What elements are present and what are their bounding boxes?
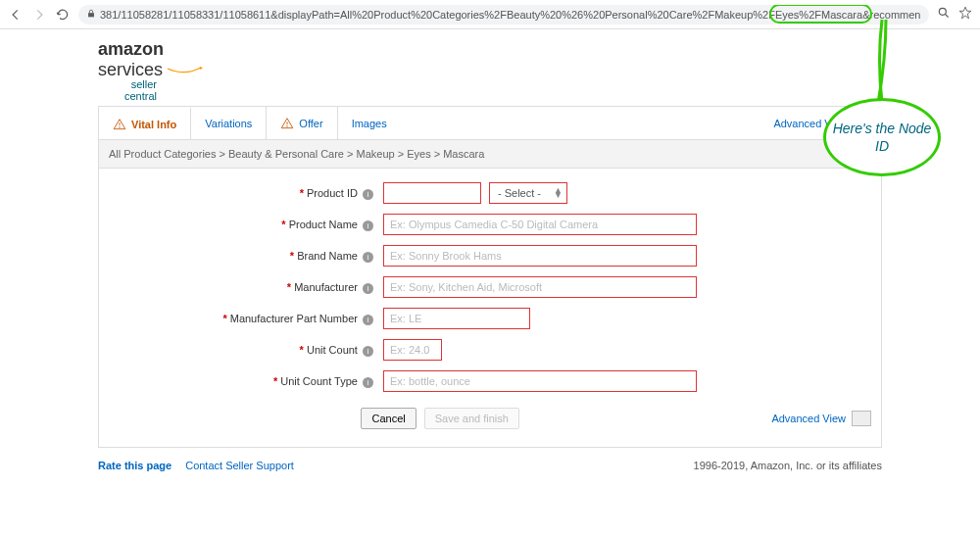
info-icon[interactable]: i <box>363 315 373 325</box>
save-and-finish-button[interactable]: Save and finish <box>424 408 519 429</box>
url-text: 381/11058281/11058331/11058611&displayPa… <box>100 9 921 21</box>
info-icon[interactable]: i <box>363 377 373 388</box>
toggle-switch[interactable] <box>852 411 871 426</box>
row-unit-count-type: * Unit Count Type i <box>109 370 871 392</box>
row-manufacturer: * Manufacturer i <box>109 276 871 298</box>
amazon-services-logo: amazon services seller central <box>98 39 882 102</box>
cancel-button[interactable]: Cancel <box>361 408 416 429</box>
info-icon[interactable]: i <box>363 346 373 357</box>
svg-point-1 <box>939 8 946 15</box>
svg-rect-0 <box>88 13 94 17</box>
product-id-type-select[interactable]: - Select - ▲▼ <box>489 182 567 204</box>
advanced-view-toggle-bottom[interactable]: Advanced View <box>771 411 871 426</box>
info-icon[interactable]: i <box>363 252 373 263</box>
forward-button[interactable] <box>31 7 47 23</box>
svg-point-6 <box>287 125 288 126</box>
footer: Rate this page Contact Seller Support 19… <box>98 456 882 471</box>
form-panel: * Product ID i - Select - ▲▼ * Product N… <box>98 169 882 448</box>
row-brand-name: * Brand Name i <box>109 245 871 267</box>
button-row: Cancel Save and finish Advanced View <box>109 408 871 429</box>
select-arrows-icon: ▲▼ <box>554 188 563 198</box>
manufacturer-input[interactable] <box>383 276 697 298</box>
row-product-name: * Product Name i <box>109 214 871 235</box>
tab-offer[interactable]: Offer <box>267 107 337 139</box>
tab-images[interactable]: Images <box>338 107 401 139</box>
contact-support-link[interactable]: Contact Seller Support <box>185 460 294 471</box>
row-unit-count: * Unit Count i <box>109 339 871 361</box>
back-button[interactable] <box>8 7 24 23</box>
row-mpn: * Manufacturer Part Number i <box>109 308 871 329</box>
product-name-input[interactable] <box>383 214 697 235</box>
reload-button[interactable] <box>55 7 71 23</box>
unit-count-input[interactable] <box>383 339 442 361</box>
annotation-callout: Here's the Node ID <box>823 98 941 176</box>
product-id-input[interactable] <box>383 182 481 204</box>
tab-bar: Vital Info Variations Offer Images Advan… <box>98 106 882 139</box>
tab-vital-info[interactable]: Vital Info <box>99 107 191 139</box>
svg-point-4 <box>120 126 121 127</box>
svg-line-2 <box>946 15 949 18</box>
zoom-icon[interactable] <box>937 6 951 23</box>
row-product-id: * Product ID i - Select - ▲▼ <box>109 182 871 204</box>
unit-count-type-input[interactable] <box>383 370 697 392</box>
info-icon[interactable]: i <box>363 220 373 231</box>
address-bar[interactable]: 381/11058281/11058331/11058611&displayPa… <box>78 5 929 24</box>
callout-bubble: Here's the Node ID <box>823 98 941 176</box>
mpn-input[interactable] <box>383 308 530 329</box>
breadcrumb: All Product Categories > Beauty & Person… <box>98 139 882 169</box>
bookmark-star-icon[interactable] <box>958 6 972 23</box>
copyright-text: 1996-2019, Amazon, Inc. or its affiliate… <box>694 460 882 471</box>
lock-icon <box>86 9 96 21</box>
brand-name-input[interactable] <box>383 245 697 267</box>
rate-this-page-link[interactable]: Rate this page <box>98 460 172 471</box>
tab-variations[interactable]: Variations <box>191 107 267 139</box>
callout-tail <box>872 20 892 103</box>
info-icon[interactable]: i <box>363 283 373 294</box>
browser-toolbar: 381/11058281/11058331/11058611&displayPa… <box>0 0 980 29</box>
info-icon[interactable]: i <box>363 189 373 200</box>
page-content: amazon services seller central Vital Inf… <box>98 39 882 448</box>
